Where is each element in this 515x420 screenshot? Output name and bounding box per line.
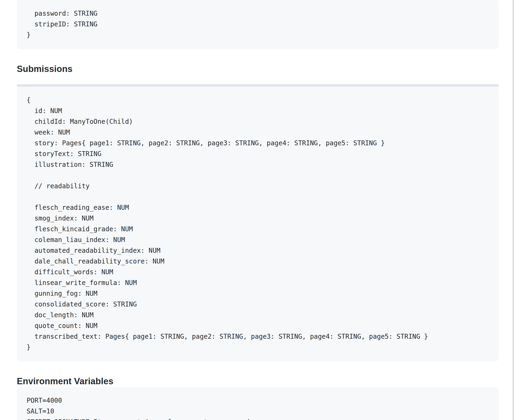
code-text: PORT=4000 SALT=10 SECRET_SIGNATURE=Its a… [27,397,251,420]
code-text: password: STRING stripeID: STRING } [27,10,97,39]
document-body: password: STRING stripeID: STRING } Subm… [0,0,515,420]
horizontal-rule [17,84,499,87]
code-text: { id: NUM childId: ManyToOne(Child) week… [27,96,428,351]
code-block-user-schema-partial: password: STRING stripeID: STRING } [17,0,499,49]
code-block-submissions-schema: { id: NUM childId: ManyToOne(Child) week… [17,87,499,361]
submissions-heading: Submissions [17,63,499,75]
code-block-environment-variables: PORT=4000 SALT=10 SECRET_SIGNATURE=Its a… [17,387,499,420]
scrollbar[interactable] [513,0,514,420]
environment-variables-heading: Environment Variables [17,375,499,387]
